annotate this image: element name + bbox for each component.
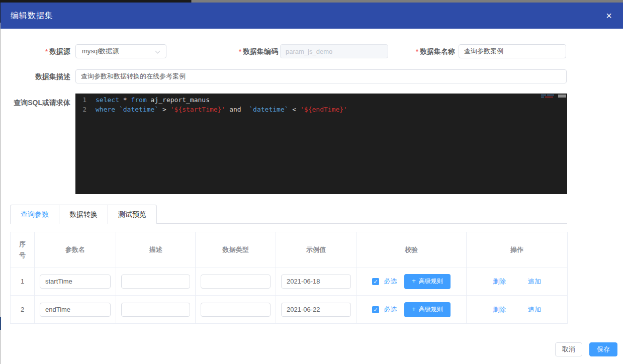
param-type-input[interactable] xyxy=(201,303,271,317)
sql-code-editor[interactable]: 1 select * from aj_report_manus 2 where … xyxy=(75,94,567,194)
param-name-input[interactable] xyxy=(40,275,111,289)
delete-link[interactable]: 删除 xyxy=(493,277,506,286)
datasource-label: *数据源 xyxy=(0,44,70,58)
code-token: '${startTime}' xyxy=(170,105,226,114)
editor-scrollbar[interactable] xyxy=(558,95,566,98)
col-header-type: 数据类型 xyxy=(196,232,276,267)
required-star: * xyxy=(416,48,418,55)
datasource-select-value: mysql数据源 xyxy=(76,47,119,56)
edit-dataset-dialog: 编辑数据集 × *数据源 mysql数据源 *数据集编码 *数据集名称 数据集描… xyxy=(0,0,626,364)
line-number: 1 xyxy=(75,95,96,105)
table-row: 2 ✓ 必选 +高级规则 删除 追加 xyxy=(11,296,568,324)
col-header-name: 参数名 xyxy=(35,232,116,267)
col-header-validate: 校验 xyxy=(356,232,467,267)
code-token: * xyxy=(119,95,131,105)
col-header-index: 序号 xyxy=(11,232,35,267)
editor-minimap xyxy=(541,95,556,102)
param-tabs: 查询参数 数据转换 测试预览 xyxy=(10,205,567,224)
dialog-title: 编辑数据集 xyxy=(11,11,53,21)
plus-icon: + xyxy=(412,305,416,313)
required-star: * xyxy=(45,48,48,55)
code-line: 2 where `datetime` > '${startTime}' and … xyxy=(75,105,567,114)
code-token: '${endTime}' xyxy=(300,105,347,114)
param-name-input[interactable] xyxy=(40,303,111,317)
row-index: 1 xyxy=(11,267,35,296)
dataset-code-input[interactable] xyxy=(280,44,388,58)
param-example-input[interactable] xyxy=(281,275,351,289)
sql-label: 查询SQL或请求体 xyxy=(0,96,70,110)
col-header-desc: 描述 xyxy=(116,232,196,267)
row-index: 2 xyxy=(11,296,35,324)
delete-link[interactable]: 删除 xyxy=(493,305,506,314)
code-token: `datetime` xyxy=(245,105,288,114)
required-checkbox[interactable]: ✓ xyxy=(372,278,379,285)
append-link[interactable]: 追加 xyxy=(528,305,541,314)
tab-query-params[interactable]: 查询参数 xyxy=(10,205,59,224)
dataset-description-input[interactable] xyxy=(75,69,567,83)
line-number: 2 xyxy=(75,105,96,114)
close-icon[interactable]: × xyxy=(603,10,615,22)
col-header-example: 示例值 xyxy=(276,232,356,267)
cancel-button[interactable]: 取消 xyxy=(555,342,582,356)
required-checkbox-label[interactable]: 必选 xyxy=(384,277,397,286)
advanced-rule-button[interactable]: +高级规则 xyxy=(404,274,451,289)
datasource-select[interactable]: mysql数据源 xyxy=(75,44,166,58)
code-token: and xyxy=(225,105,245,114)
param-desc-input[interactable] xyxy=(121,303,190,317)
dataset-name-input[interactable] xyxy=(459,44,566,58)
dialog-header: 编辑数据集 × xyxy=(1,3,623,29)
plus-icon: + xyxy=(412,277,416,285)
code-token: `datetime` xyxy=(119,105,158,114)
page-left-edge-navy xyxy=(0,317,1,330)
code-token: where xyxy=(96,105,119,114)
append-link[interactable]: 追加 xyxy=(528,277,541,286)
chevron-down-icon xyxy=(156,49,160,53)
required-checkbox-label[interactable]: 必选 xyxy=(384,305,397,314)
dataset-description-label: 数据集描述 xyxy=(0,69,70,83)
param-example-input[interactable] xyxy=(281,303,351,317)
dataset-code-label: *数据集编码 xyxy=(201,44,278,58)
code-line: 1 select * from aj_report_manus xyxy=(75,95,567,105)
table-row: 1 ✓ 必选 +高级规则 删除 追加 xyxy=(11,267,568,296)
table-header-row: 序号 参数名 描述 数据类型 示例值 校验 操作 xyxy=(11,232,568,267)
advanced-rule-button[interactable]: +高级规则 xyxy=(404,302,451,317)
required-star: * xyxy=(239,48,241,55)
save-button[interactable]: 保存 xyxy=(589,342,617,356)
params-table: 序号 参数名 描述 数据类型 示例值 校验 操作 1 ✓ 必选 +高级规则 xyxy=(10,232,568,324)
col-header-actions: 操作 xyxy=(467,232,568,267)
code-token: from xyxy=(131,95,146,105)
dataset-name-label: *数据集名称 xyxy=(378,44,455,58)
code-token: < xyxy=(289,105,300,114)
required-checkbox[interactable]: ✓ xyxy=(372,306,379,313)
param-type-input[interactable] xyxy=(201,275,271,289)
code-token: aj_report_manus xyxy=(147,95,210,105)
param-desc-input[interactable] xyxy=(121,275,190,289)
code-token: select xyxy=(96,95,119,105)
tab-test-preview[interactable]: 测试预览 xyxy=(108,205,157,224)
code-token: > xyxy=(158,105,170,114)
tab-data-transform[interactable]: 数据转换 xyxy=(59,205,108,224)
